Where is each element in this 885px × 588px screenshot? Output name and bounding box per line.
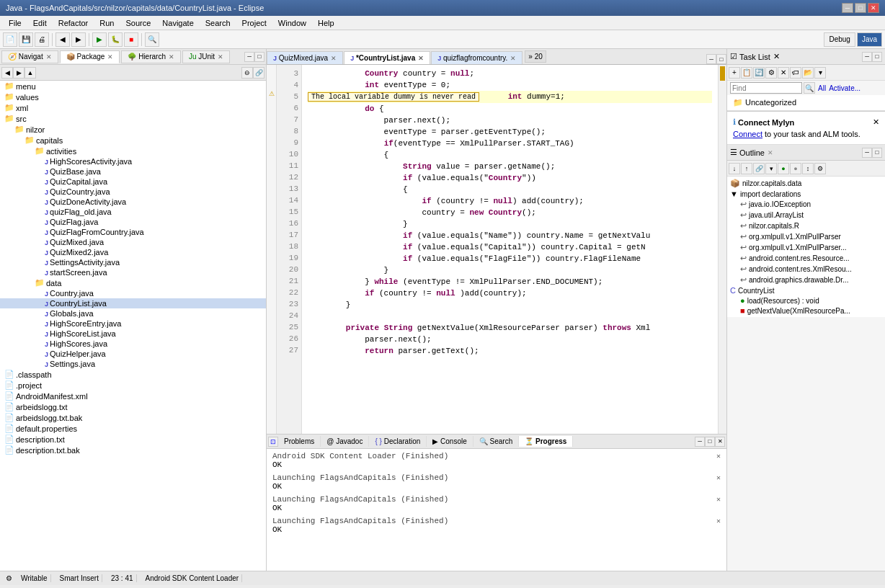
tree-item[interactable]: JQuizHelper.java <box>0 349 266 359</box>
console-close-btn[interactable]: ✕ <box>716 473 721 482</box>
tree-item[interactable]: 📄description.txt <box>0 434 266 445</box>
minimize-button[interactable]: ─ <box>842 3 853 13</box>
tree-item[interactable]: JHighScoreEntry.java <box>0 318 266 329</box>
bottom-close[interactable]: ✕ <box>715 437 725 447</box>
tree-item[interactable]: 📄AndroidManifest.xml <box>0 391 266 401</box>
menu-item-search[interactable]: Search <box>200 17 236 29</box>
tree-item[interactable]: JQuizCapital.java <box>0 177 266 187</box>
task-search-input[interactable] <box>730 82 802 94</box>
outline-item[interactable]: ↩android.content.res.Resource... <box>729 253 884 264</box>
outline-item[interactable]: ▼import declarations <box>729 189 884 199</box>
run-button[interactable]: ▶ <box>92 32 107 47</box>
editor-maximize[interactable]: □ <box>716 54 726 64</box>
task-btn-8[interactable]: ▾ <box>814 67 826 79</box>
task-btn-5[interactable]: ✕ <box>778 67 789 79</box>
tree-item[interactable]: 📄.project <box>0 380 266 391</box>
task-minimize[interactable]: ─ <box>862 52 872 62</box>
tree-item[interactable]: JHighScoresActivity.java <box>0 156 266 166</box>
code-editor[interactable]: ⚠ 34567891011121314151617181920212223242… <box>267 65 726 434</box>
tab-overflow[interactable]: » 20 <box>525 50 546 63</box>
hierarchy-tab[interactable]: 🌳 Hierarch ✕ <box>121 50 181 63</box>
package-tab-close[interactable]: ✕ <box>107 53 113 61</box>
menu-item-source[interactable]: Source <box>120 17 156 29</box>
quizmixed-tab[interactable]: J QuizMixed.java ✕ <box>267 51 343 64</box>
editor-minimize[interactable]: ─ <box>706 54 716 64</box>
tree-item[interactable]: JQuizMixed2.java <box>0 247 266 257</box>
tree-item[interactable]: 📁nilzor <box>0 124 266 135</box>
countrylist-close[interactable]: ✕ <box>418 55 424 62</box>
outline-item[interactable]: ↩java.util.ArrayList <box>729 210 884 220</box>
menu-item-navigate[interactable]: Navigate <box>156 17 199 29</box>
outline-item[interactable]: ■getNextValue(XmlResourcePa... <box>729 306 884 316</box>
javadoc-tab[interactable]: @ Javadoc <box>321 436 369 447</box>
tree-item[interactable]: 📄arbeidslogg.txt.bak <box>0 412 266 423</box>
tree-item[interactable]: 📁src <box>0 113 266 124</box>
tree-item[interactable]: JQuizDoneActivity.java <box>0 197 266 207</box>
outline-maximize[interactable]: □ <box>872 148 882 158</box>
console-tab[interactable]: ▶ Console <box>427 436 473 447</box>
quizflag-close[interactable]: ✕ <box>510 55 516 62</box>
tree-item[interactable]: JSettings.java <box>0 359 266 369</box>
menu-item-window[interactable]: Window <box>272 17 312 29</box>
connect-link[interactable]: Connect <box>733 130 762 138</box>
tree-item[interactable]: 📄.classpath <box>0 369 266 380</box>
problems-tab[interactable]: Problems <box>278 436 321 447</box>
print-button[interactable]: 🖨 <box>35 32 49 47</box>
java-label[interactable]: Java <box>857 32 882 47</box>
outline-btn-2[interactable]: ↑ <box>741 163 752 174</box>
outline-btn-7[interactable]: ↕ <box>802 163 814 174</box>
tree-item[interactable]: 📄arbeidslogg.txt <box>0 401 266 412</box>
tree-back[interactable]: ◀ <box>1 67 13 79</box>
outline-btn-8[interactable]: ⚙ <box>814 163 826 174</box>
outline-item[interactable]: ↩org.xmlpull.v1.XmlPullParser <box>729 231 884 242</box>
tree-item[interactable]: JQuizCountry.java <box>0 187 266 197</box>
menu-item-help[interactable]: Help <box>312 17 340 29</box>
all-link[interactable]: All <box>818 84 826 92</box>
tree-item[interactable]: JquizFlag_old.java <box>0 207 266 217</box>
bottom-maximize[interactable]: □ <box>705 437 715 447</box>
tree-item[interactable]: 📄default.properties <box>0 423 266 434</box>
connect-mylyn-close[interactable]: ✕ <box>873 117 879 127</box>
tree-item[interactable]: JQuizMixed.java <box>0 237 266 247</box>
task-btn-6[interactable]: 🏷 <box>790 67 801 79</box>
tree-forward[interactable]: ▶ <box>13 67 25 79</box>
search-tab[interactable]: 🔍 Search <box>473 436 519 447</box>
tree-item[interactable]: JQuizFlag.java <box>0 217 266 227</box>
close-button[interactable]: ✕ <box>868 3 879 13</box>
tree-link[interactable]: 🔗 <box>253 67 264 79</box>
package-tab[interactable]: 📦 Package ✕ <box>60 50 120 63</box>
tree-item[interactable]: JQuizBase.java <box>0 166 266 177</box>
outline-btn-6[interactable]: ● <box>790 163 801 174</box>
tree-item[interactable]: 📁capitals <box>0 135 266 146</box>
tree-item[interactable]: JSettingsActivity.java <box>0 257 266 267</box>
outline-item[interactable]: ↩android.graphics.drawable.Dr... <box>729 275 884 285</box>
quizflag-tab[interactable]: J quizflagfromcountry. ✕ <box>431 51 522 64</box>
tree-item[interactable]: JGlobals.java <box>0 308 266 318</box>
tree-collapse[interactable]: ⊖ <box>241 67 253 79</box>
forward-button[interactable]: ▶ <box>71 32 86 47</box>
menu-item-run[interactable]: Run <box>94 17 120 29</box>
tree-item[interactable]: 📁xml <box>0 102 266 113</box>
task-maximize[interactable]: □ <box>872 52 882 62</box>
outline-btn-1[interactable]: ↓ <box>729 163 740 174</box>
maximize-button[interactable]: □ <box>855 3 866 13</box>
outline-item[interactable]: ↩java.io.IOException <box>729 199 884 210</box>
debug-button[interactable]: 🐛 <box>108 32 123 47</box>
tree-item[interactable]: 📄description.txt.bak <box>0 445 266 455</box>
code-content[interactable]: Country country = null; int eventType = … <box>302 65 718 434</box>
quizmixed-close[interactable]: ✕ <box>331 55 337 62</box>
progress-tab[interactable]: ⏳ Progress <box>519 436 573 447</box>
tree-up[interactable]: ▲ <box>25 67 36 79</box>
tree-item[interactable]: JCountry.java <box>0 288 266 298</box>
save-button[interactable]: 💾 <box>19 32 33 47</box>
tree-item[interactable]: JCountryList.java <box>0 298 266 308</box>
navigate-tab-close[interactable]: ✕ <box>46 53 52 61</box>
tree-item[interactable]: 📁data <box>0 277 266 288</box>
task-search-btn[interactable]: 🔍 <box>804 82 815 94</box>
task-btn-4[interactable]: ⚙ <box>765 67 777 79</box>
outline-item[interactable]: CCountryList <box>729 285 884 295</box>
menu-item-edit[interactable]: Edit <box>27 17 53 29</box>
console-close-btn[interactable]: ✕ <box>716 452 721 460</box>
back-button[interactable]: ◀ <box>55 32 70 47</box>
junit-tab[interactable]: Ju JUnit ✕ <box>182 50 230 63</box>
